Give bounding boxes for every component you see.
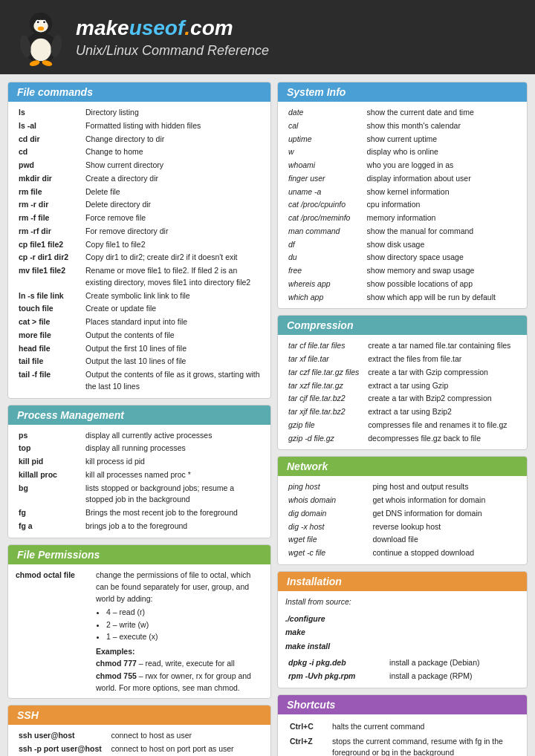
compression-table: tar cf file.tar filescreate a tar named … — [285, 339, 519, 445]
header: makeuseof.com Unix/Linux Command Referen… — [0, 0, 535, 74]
installation-title: Installation — [278, 572, 527, 591]
table-row: whoamiwho you are logged in as — [285, 159, 519, 172]
ssh-section: SSH ssh user@hostconnect to host as user… — [7, 705, 271, 756]
list-item: make install — [285, 639, 519, 654]
brand-com: com — [190, 16, 233, 39]
examples-label: Examples: — [96, 647, 135, 656]
table-row: killall prockill all processes named pro… — [16, 469, 263, 482]
perm-examples: chmod 777 – read, write, execute for all… — [96, 657, 263, 694]
table-row: tar czf file.tar.gz filescreate a tar wi… — [285, 366, 519, 379]
brand-dot: . — [184, 16, 190, 39]
table-row: tail fileOutput the last 10 lines of fil… — [16, 355, 263, 368]
table-row: cp -r dir1 dir2Copy dir1 to dir2; create… — [16, 251, 263, 264]
table-row: wget filedownload file — [285, 533, 519, 547]
list-item: ./configure — [285, 612, 519, 626]
table-row: bglists stopped or background jobs; resu… — [16, 482, 263, 507]
network-title: Network — [278, 457, 527, 476]
process-management-section: Process Management psdisplay all current… — [7, 405, 271, 538]
table-row: which appshow which app will be run by d… — [285, 291, 519, 304]
table-row: freeshow memory and swap usage — [285, 264, 519, 278]
list-item: 1 – execute (x) — [106, 630, 263, 642]
table-row: fgBrings the most recent job to the fore… — [16, 506, 263, 520]
table-row: tar cf file.tar filescreate a tar named … — [285, 339, 519, 353]
table-row: dig domainget DNS information for domain — [285, 507, 519, 521]
network-body: ping hostping host and output resultswho… — [278, 476, 527, 564]
table-row: ssh -p port user@hostconnect to host on … — [16, 743, 263, 756]
installation-section: Installation Install from source: ./conf… — [277, 571, 528, 688]
table-row: man commandshow the manual for command — [285, 225, 519, 238]
list-item: 2 – write (w) — [106, 619, 263, 630]
table-row: Ctrl+Zstops the current command, resume … — [287, 735, 518, 756]
table-row: Ctrl+Chalts the current command — [287, 720, 518, 734]
process-management-title: Process Management — [8, 405, 270, 425]
table-row: rm fileDelete file — [16, 186, 263, 199]
process-management-body: psdisplay all currently active processes… — [8, 425, 270, 538]
table-row: gzip filecompresses file and renames it … — [285, 419, 519, 432]
list-item: chmod 777 – read, write, execute for all — [96, 657, 263, 669]
system-info-table: dateshow the current date and timecalsho… — [285, 106, 519, 304]
header-text: makeuseof.com Unix/Linux Command Referen… — [76, 16, 269, 59]
list-item: 4 – read (r) — [106, 606, 263, 618]
file-permissions-section: File Permissions chmod octal file change… — [7, 544, 271, 700]
network-table: ping hostping host and output resultswho… — [285, 480, 519, 560]
system-info-section: System Info dateshow the current date an… — [277, 82, 528, 309]
installation-body: Install from source: ./configuremakemake… — [278, 591, 527, 688]
table-row: finger userdisplay information about use… — [285, 172, 519, 186]
perm-items-list: 4 – read (r)2 – write (w)1 – execute (x) — [106, 606, 263, 642]
table-row: psdisplay all currently active processes — [16, 429, 263, 443]
table-row: cat > filePlaces standard input into fil… — [16, 316, 263, 329]
table-row: fg abrings job a to the foreground — [16, 520, 263, 533]
table-row: cdChange to home — [16, 146, 263, 159]
table-row: topdisplay all running processes — [16, 442, 263, 455]
table-row: touch fileCreate or update file — [16, 302, 263, 316]
table-row: rm -rf dirFor remove directory dir — [16, 225, 263, 238]
perm-cmd: chmod octal file — [16, 569, 90, 694]
shortcuts-body: Ctrl+Chalts the current commandCtrl+Zsto… — [278, 714, 527, 756]
brand-logo: makeuseof.com — [76, 16, 233, 40]
table-row: dpkg -i pkg.debinstall a package (Debian… — [285, 656, 519, 670]
table-row: tar xjf file.tar.bz2extract a tar using … — [285, 405, 519, 419]
file-permissions-body: chmod octal file change the permissions … — [8, 564, 270, 699]
table-row: cat /proc/cpuinfocpu information — [285, 198, 519, 212]
table-row: tar cjf file.tar.bz2create a tar with Bz… — [285, 392, 519, 405]
table-row: whereis appshow possible locations of ap… — [285, 278, 519, 291]
table-row: kill pidkill process id pid — [16, 455, 263, 469]
table-row: uname -ashow kernel information — [285, 186, 519, 199]
process-management-table: psdisplay all currently active processes… — [16, 429, 263, 533]
table-row: ln -s file linkCreate symbolic link link… — [16, 290, 263, 303]
table-row: cd dirChange directory to dir — [16, 133, 263, 146]
shortcuts-table: Ctrl+Chalts the current commandCtrl+Zsto… — [285, 719, 519, 756]
svg-point-6 — [37, 21, 39, 23]
install-pkg-table: dpkg -i pkg.debinstall a package (Debian… — [285, 656, 519, 683]
table-row: mkdir dirCreate a directory dir — [16, 172, 263, 186]
compression-body: tar cf file.tar filescreate a tar named … — [278, 335, 527, 449]
table-row: rpm -Uvh pkg.rpminstall a package (RPM) — [285, 670, 519, 683]
svg-point-1 — [30, 39, 51, 62]
file-permissions-title: File Permissions — [8, 545, 270, 564]
table-row: dfshow disk usage — [285, 238, 519, 252]
table-row: tar xf file.tarextract the files from fi… — [285, 353, 519, 366]
network-section: Network ping hostping host and output re… — [277, 456, 528, 565]
ssh-body: ssh user@hostconnect to host as userssh … — [8, 725, 270, 756]
table-row: ssh user@hostconnect to host as user — [16, 729, 263, 743]
list-item: chmod 755 – rwx for owner, rx for group … — [96, 670, 263, 694]
compression-title: Compression — [278, 316, 527, 335]
compression-section: Compression tar cf file.tar filescreate … — [277, 315, 528, 450]
main-content: File commands lsDirectory listingls -alF… — [0, 74, 535, 756]
table-row: dig -x hostreverse lookup host — [285, 521, 519, 534]
table-row: ping hostping host and output results — [285, 480, 519, 494]
list-item: make — [285, 625, 519, 639]
table-row: more fileOutput the contents of file — [16, 329, 263, 342]
table-row: cat /proc/meminfomemory information — [285, 212, 519, 225]
perm-main-row: chmod octal file change the permissions … — [16, 569, 263, 694]
file-commands-body: lsDirectory listingls -alFormatted listi… — [8, 102, 270, 398]
system-info-title: System Info — [278, 82, 527, 102]
page-subtitle: Unix/Linux Command Reference — [76, 43, 269, 59]
table-row: dateshow the current date and time — [285, 106, 519, 120]
file-commands-table: lsDirectory listingls -alFormatted listi… — [16, 106, 263, 394]
table-row: cp file1 file2Copy file1 to file2 — [16, 238, 263, 252]
install-source-cmds: ./configuremakemake install — [285, 612, 519, 654]
table-row: calshow this month's calendar — [285, 120, 519, 133]
svg-point-7 — [43, 21, 45, 23]
shortcuts-section: Shortcuts Ctrl+Chalts the current comman… — [277, 694, 528, 756]
